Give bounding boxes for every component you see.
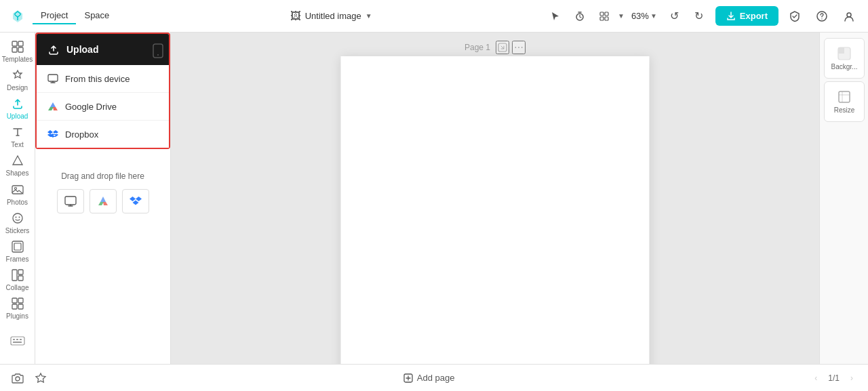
canvas-resize-icon-btn[interactable] (496, 41, 509, 54)
sidebar-item-plugins[interactable]: Plugins (3, 295, 33, 322)
dropbox-label: Dropbox (65, 129, 98, 140)
upload-from-device-btn[interactable]: From this device (37, 65, 169, 93)
svg-point-13 (14, 187, 16, 189)
sidebar-frames-label: Frames (6, 255, 29, 263)
sidebar-photos-label: Photos (7, 199, 28, 206)
page-indicator: 1/1 (828, 373, 840, 383)
bottom-right: ‹ 1/1 › (808, 370, 860, 386)
svg-rect-29 (20, 339, 22, 340)
svg-point-39 (16, 377, 20, 381)
sidebar-item-text[interactable]: Text (3, 123, 33, 150)
bottom-add-page[interactable]: Add page (403, 373, 455, 383)
svg-point-16 (18, 216, 20, 218)
add-page-label: Add page (417, 373, 455, 383)
sidebar-upload-label: Upload (7, 112, 28, 120)
topbar-left: Project Space (8, 7, 117, 26)
layout-btn[interactable] (593, 5, 615, 27)
export-label: Export (740, 11, 768, 21)
canvas-label: Page 1 ⋯ (465, 41, 526, 54)
page-next-btn[interactable]: › (844, 370, 860, 386)
sidebar-item-templates[interactable]: Templates (3, 38, 33, 65)
svg-rect-22 (12, 298, 17, 303)
question-icon-btn[interactable] (811, 5, 833, 27)
upload-dropbox-btn[interactable]: Dropbox (37, 121, 169, 148)
svg-rect-37 (838, 47, 844, 54)
svg-rect-25 (18, 304, 23, 309)
svg-rect-2 (605, 12, 608, 16)
zoom-level: 63% (631, 11, 649, 21)
undo-icon: ↺ (670, 9, 679, 22)
right-panel-resize[interactable]: Resize (824, 81, 865, 122)
svg-rect-33 (48, 75, 58, 81)
sidebar-shapes-label: Shapes (6, 169, 29, 177)
drag-drop-text: Drag and drop file here (61, 171, 144, 181)
export-button[interactable]: Export (715, 6, 778, 26)
svg-rect-20 (18, 270, 23, 274)
drag-drop-device-btn[interactable] (57, 189, 84, 213)
svg-rect-38 (839, 91, 850, 102)
svg-rect-30 (13, 342, 22, 343)
redo-btn[interactable]: ↻ (688, 5, 710, 27)
drag-drop-drive-btn[interactable] (90, 189, 117, 213)
canvas-area: Page 1 ⋯ (171, 33, 819, 364)
drag-drop-dropbox-btn[interactable] (122, 189, 149, 213)
sidebar-item-shapes[interactable]: Shapes (3, 152, 33, 179)
upload-google-drive-btn[interactable]: Google Drive (37, 93, 169, 121)
svg-rect-19 (12, 270, 17, 281)
layout-chevron-icon[interactable]: ▼ (618, 12, 625, 20)
timer-btn[interactable] (569, 5, 591, 27)
doc-title-area[interactable]: 🖼 Untitled image ▼ (285, 7, 378, 25)
sidebar-templates-label: Templates (2, 56, 33, 63)
svg-rect-21 (18, 276, 23, 281)
sidebar-item-stickers[interactable]: Stickers (3, 209, 33, 236)
sidebar-collage-label: Collage (6, 284, 29, 291)
canvas-more-icon-btn[interactable]: ⋯ (512, 41, 526, 54)
drag-drop-icons (57, 189, 149, 213)
zoom-control[interactable]: 63% ▼ (627, 8, 661, 24)
canvas-page (341, 56, 650, 364)
bottom-bar: Add page ‹ 1/1 › (0, 364, 868, 391)
svg-rect-24 (12, 304, 17, 309)
svg-rect-3 (600, 17, 604, 20)
svg-rect-28 (16, 339, 18, 340)
undo-btn[interactable]: ↺ (664, 5, 686, 27)
sidebar-item-collage[interactable]: Collage (3, 266, 33, 293)
user-icon-btn[interactable] (838, 5, 860, 27)
sidebar-stickers-label: Stickers (5, 227, 30, 234)
svg-rect-1 (600, 12, 604, 16)
sidebar-item-frames[interactable]: Frames (3, 238, 33, 265)
right-panel: Backgr... Resize (819, 33, 868, 364)
right-panel-background[interactable]: Backgr... (824, 38, 865, 79)
tab-group: Project Space (33, 7, 117, 24)
topbar-right: ▼ 63% ▼ ↺ ↻ Export (545, 5, 860, 27)
shield-icon-btn[interactable] (784, 5, 806, 27)
svg-point-6 (821, 18, 822, 19)
upload-main-label: Upload (66, 44, 98, 55)
tab-project[interactable]: Project (33, 7, 76, 24)
svg-rect-9 (18, 41, 23, 46)
sidebar-item-keyboard[interactable] (3, 323, 33, 358)
svg-rect-23 (18, 298, 23, 303)
google-drive-label: Google Drive (65, 102, 117, 112)
main-area: Templates Design Upload Text Sh (0, 33, 868, 364)
sidebar-design-label: Design (7, 84, 28, 91)
sidebar-item-design[interactable]: Design (3, 66, 33, 94)
left-sidebar-icons: Templates Design Upload Text Sh (0, 33, 35, 364)
sidebar-plugins-label: Plugins (6, 312, 28, 320)
svg-rect-11 (18, 47, 23, 52)
upload-main-button[interactable]: Upload (37, 34, 169, 65)
doc-icon: 🖼 (290, 10, 301, 22)
sidebar-item-photos[interactable]: Photos (3, 180, 33, 207)
page-prev-btn[interactable]: ‹ (808, 370, 824, 386)
select-tool-btn[interactable] (545, 5, 566, 27)
mobile-icon[interactable] (153, 43, 163, 62)
sidebar-item-upload[interactable]: Upload (3, 95, 33, 122)
canvas-label-actions: ⋯ (496, 41, 526, 54)
tab-space[interactable]: Space (76, 7, 117, 24)
zoom-chevron-icon: ▼ (650, 12, 657, 20)
bottom-star-btn[interactable] (31, 369, 50, 388)
bottom-camera-btn[interactable] (8, 369, 27, 388)
toolbar-actions: ▼ 63% ▼ ↺ ↻ (545, 5, 710, 27)
logo[interactable] (8, 7, 27, 26)
svg-rect-18 (14, 243, 21, 250)
